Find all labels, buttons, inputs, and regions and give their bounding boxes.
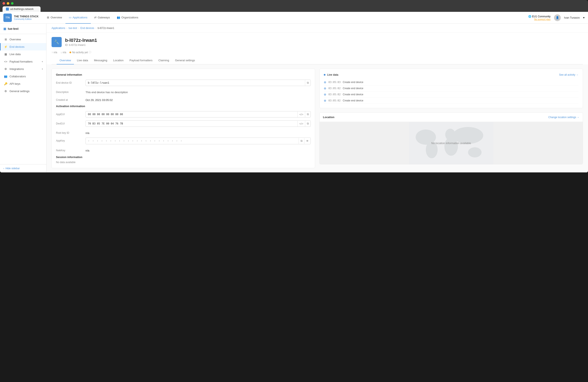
root-key-id-value: n/a	[85, 130, 311, 135]
tab-claiming[interactable]: Claiming	[155, 57, 172, 64]
breadcrumb-end-devices[interactable]: End devices	[81, 27, 94, 30]
sidebar-item-payload-formatters[interactable]: <> Payload formatters ▾	[0, 58, 46, 65]
end-device-id-row: End device ID ⧉	[56, 80, 311, 86]
close-button[interactable]	[2, 2, 5, 5]
end-device-id-input-group: ⧉	[85, 80, 311, 86]
copy-dev-eui-button[interactable]: ⧉	[305, 121, 311, 127]
overview-icon: ⊞	[47, 16, 49, 19]
applications-icon: ▭	[69, 16, 71, 19]
hide-sidebar-button[interactable]: ‹ Hide sidebar	[0, 164, 46, 172]
nav-gateways-label: Gateways	[98, 16, 110, 19]
top-nav: TTN THE THINGS STACK Community Edition ⊞…	[0, 12, 588, 24]
root-key-id-label: Root key ID	[56, 130, 85, 134]
activity-plus-icon: ⊕	[324, 81, 326, 84]
dev-eui-label: DevEUI	[56, 120, 85, 125]
sidebar-item-general-settings-label: General settings	[9, 90, 30, 93]
nav-overview[interactable]: ⊞ Overview	[43, 12, 65, 24]
change-location-link[interactable]: Change location settings →	[548, 116, 579, 119]
uplink-icon: ↑	[52, 51, 53, 54]
minimize-button[interactable]	[7, 2, 9, 5]
sidebar-item-general-settings[interactable]: ⚙ General settings	[0, 87, 46, 95]
app-key-value: · · · · · · · · · · · · · · · · · · · · …	[85, 138, 311, 144]
nav-organizations[interactable]: 👥 Organizations	[113, 12, 142, 24]
copy-end-device-id-button[interactable]: ⧉	[305, 80, 311, 86]
uplink-meta: ↑ n/a	[52, 51, 57, 54]
activity-item: ⊕ 03:05:02 Create end device	[324, 85, 579, 91]
tab-messaging[interactable]: Messaging	[91, 57, 110, 64]
copy-app-eui-button[interactable]: ⧉	[305, 111, 311, 117]
end-device-id-value: ⧉	[85, 80, 311, 86]
location-header: Location Change location settings →	[319, 113, 583, 122]
device-meta: ↑ n/a ↓ n/a No activity yet ⓘ	[52, 49, 583, 54]
activity-desc: Create end device	[343, 87, 363, 90]
no-support-link[interactable]: No support plan	[528, 18, 551, 21]
activity-time: 03:05:02	[328, 99, 341, 102]
sidebar-item-live-data[interactable]: ▦ Live data	[0, 50, 46, 58]
browser-tab-active[interactable]: ud.thethings.network	[2, 6, 41, 12]
created-at-text: Oct 29, 2021 03:05:02	[85, 97, 311, 102]
sidebar-item-overview[interactable]: ⊞ Overview	[0, 36, 46, 43]
nav-gateways[interactable]: ⇄ Gateways	[91, 12, 113, 24]
end-devices-icon: ⚡	[4, 45, 7, 48]
sidebar-item-api-keys[interactable]: 🔑 API keys	[0, 80, 46, 87]
user-dropdown-icon[interactable]: ▾	[583, 16, 585, 19]
session-info-title: Session information	[56, 155, 311, 159]
session-info-section: Session information No data available	[56, 155, 311, 164]
sidebar-item-end-devices[interactable]: ⚡ End devices	[0, 43, 46, 50]
activity-time: 03:05:02	[328, 93, 341, 96]
tab-payload-formatters[interactable]: Payload formatters	[126, 57, 155, 64]
dev-eui-input[interactable]	[86, 121, 297, 127]
activity-desc: Create end device	[343, 93, 363, 96]
nav-applications[interactable]: ▭ Applications	[65, 12, 91, 24]
description-label: Description	[56, 89, 85, 94]
created-at-row: Created at Oct 29, 2021 03:05:02	[56, 97, 311, 102]
user-name-label[interactable]: Ivan Turasov	[564, 16, 580, 19]
activity-item: ⊕ 03:05:03 Create end device	[324, 79, 579, 85]
breadcrumb: Applications › tue-test › End devices › …	[46, 24, 588, 33]
tab-overview[interactable]: Overview	[57, 57, 74, 64]
general-info-panel: General information End device ID ⧉	[52, 69, 315, 168]
activity-time: 03:05:03	[328, 81, 341, 84]
see-all-activity-link[interactable]: See all activity →	[559, 73, 579, 76]
integrations-icon: ⚙	[4, 67, 7, 71]
breadcrumb-current: b-l072z-lrwan1	[98, 27, 114, 30]
tab-location[interactable]: Location	[110, 57, 126, 64]
activity-item: ⊕ 03:05:02 Create end device	[324, 91, 579, 98]
location-panel: Location Change location settings →	[319, 112, 583, 164]
breadcrumb-tue-test[interactable]: tue-test	[69, 27, 77, 30]
logo-icon: TTN	[3, 14, 12, 22]
chevron-down-icon: ▾	[42, 68, 43, 70]
collaborators-icon: 👥	[4, 75, 7, 78]
logo-subtitle: Community Edition	[14, 18, 39, 20]
device-id: ID: b-l072z-lrwan1	[65, 43, 97, 46]
uplink-value: n/a	[54, 51, 57, 54]
app-eui-input[interactable]	[86, 111, 297, 117]
activity-plus-icon: ⊕	[324, 87, 326, 90]
browser-tabs: ud.thethings.network	[2, 6, 586, 12]
app-eui-code-button[interactable]: </>	[297, 111, 305, 117]
tab-live-data[interactable]: Live data	[74, 57, 91, 64]
dev-eui-code-button[interactable]: </>	[297, 121, 305, 127]
logo-title: THE THINGS STACK	[14, 15, 39, 18]
copy-app-key-button[interactable]: ⧉	[299, 138, 304, 144]
nwk-key-label: NwkKey	[56, 147, 85, 152]
device-header: 🔧 b-l072z-lrwan1 ID: b-l072z-lrwan1 ↑ n/…	[46, 33, 588, 64]
tab-general-settings[interactable]: General settings	[172, 57, 198, 64]
sidebar-item-collaborators-label: Collaborators	[9, 75, 26, 78]
sidebar-item-integrations[interactable]: ⚙ Integrations ▾	[0, 65, 46, 73]
created-at-label: Created at	[56, 97, 85, 101]
activity-plus-icon: ⊕	[324, 99, 326, 102]
show-app-key-button[interactable]: 👁	[304, 138, 311, 144]
nwk-key-value: n/a	[85, 147, 311, 152]
chevron-down-icon: ▾	[42, 61, 43, 63]
sidebar-app-title: ▦ tue-test	[0, 24, 46, 34]
device-title: b-l072z-lrwan1	[65, 38, 97, 43]
sidebar-item-collaborators[interactable]: 👥 Collaborators	[0, 73, 46, 80]
end-device-id-input[interactable]	[86, 80, 305, 86]
breadcrumb-applications[interactable]: Applications	[52, 27, 65, 30]
maximize-button[interactable]	[11, 2, 14, 5]
created-at-value: Oct 29, 2021 03:05:02	[85, 97, 311, 102]
activity-list: ⊕ 03:05:03 Create end device ⊕ 03:05:02 …	[324, 79, 579, 104]
nwk-key-row: NwkKey n/a	[56, 147, 311, 152]
app-title-label: tue-test	[8, 27, 19, 30]
